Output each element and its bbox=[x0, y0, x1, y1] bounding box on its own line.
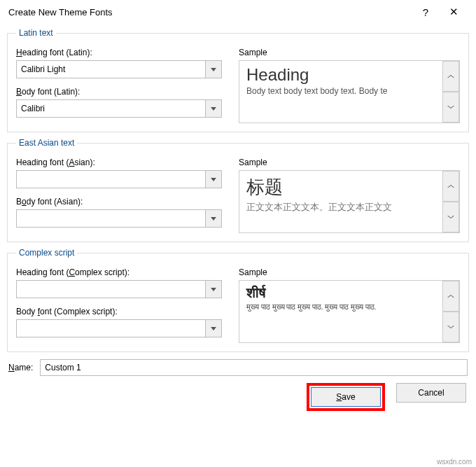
asian-group: East Asian text Heading font (Asian): Bo… bbox=[7, 138, 469, 242]
save-button[interactable]: Save bbox=[311, 387, 381, 407]
asian-legend: East Asian text bbox=[16, 138, 77, 148]
latin-heading-combo[interactable] bbox=[16, 60, 222, 78]
name-row: Name: bbox=[8, 359, 468, 376]
button-row: Save Cancel bbox=[7, 383, 469, 411]
chevron-up-icon bbox=[447, 75, 454, 78]
help-button[interactable]: ? bbox=[412, 6, 440, 18]
asian-body-input[interactable] bbox=[16, 209, 205, 228]
name-label: Name: bbox=[8, 363, 33, 372]
complex-body-label: Body font (Complex script): bbox=[16, 307, 226, 316]
complex-sample-body: मुख्य पाठ मुख्य पाठ मुख्य पाठ. मुख्य पाठ… bbox=[246, 302, 435, 312]
title-bar: Create New Theme Fonts ? ✕ bbox=[0, 0, 476, 21]
latin-sample-size-up[interactable] bbox=[443, 61, 459, 92]
latin-body-dropdown-button[interactable] bbox=[205, 99, 222, 118]
asian-body-dropdown-button[interactable] bbox=[205, 209, 222, 228]
chevron-down-icon bbox=[447, 326, 454, 328]
asian-body-combo[interactable] bbox=[16, 209, 222, 228]
chevron-up-icon bbox=[447, 185, 454, 188]
chevron-down-icon bbox=[211, 327, 216, 330]
complex-body-combo[interactable] bbox=[16, 319, 222, 337]
complex-legend: Complex script bbox=[16, 248, 77, 258]
asian-heading-label: Heading font (Asian): bbox=[16, 158, 226, 167]
complex-sample-label: Sample bbox=[239, 267, 460, 277]
asian-heading-combo[interactable] bbox=[16, 170, 222, 188]
complex-sample-box: शीर्ष मुख्य पाठ मुख्य पाठ मुख्य पाठ. मुख… bbox=[239, 280, 460, 343]
asian-sample-box: 标题 正文文本正文文本。正文文本正文文 bbox=[239, 170, 460, 233]
asian-sample-size-down[interactable] bbox=[443, 202, 459, 232]
latin-body-label: Body font (Latin): bbox=[16, 87, 226, 97]
asian-body-label: Body font (Asian): bbox=[16, 197, 226, 207]
latin-sample-label: Sample bbox=[239, 48, 460, 57]
complex-body-input[interactable] bbox=[16, 319, 205, 337]
complex-heading-combo[interactable] bbox=[16, 280, 222, 298]
latin-body-input[interactable] bbox=[16, 99, 205, 118]
save-highlight: Save bbox=[307, 383, 385, 411]
latin-sample-heading: Heading bbox=[246, 65, 435, 85]
latin-heading-input[interactable] bbox=[16, 60, 205, 78]
chevron-down-icon bbox=[447, 106, 454, 109]
asian-sample-size-up[interactable] bbox=[443, 171, 459, 202]
complex-body-dropdown-button[interactable] bbox=[205, 319, 222, 337]
asian-sample-heading: 标题 bbox=[246, 175, 435, 200]
chevron-down-icon bbox=[211, 107, 216, 111]
complex-heading-dropdown-button[interactable] bbox=[205, 280, 222, 298]
window-title: Create New Theme Fonts bbox=[8, 7, 412, 18]
chevron-up-icon bbox=[447, 295, 454, 298]
asian-heading-input[interactable] bbox=[16, 170, 205, 188]
chevron-down-icon bbox=[211, 288, 216, 291]
chevron-down-icon bbox=[211, 217, 216, 221]
chevron-down-icon bbox=[211, 68, 216, 71]
latin-heading-dropdown-button[interactable] bbox=[205, 60, 222, 78]
asian-heading-dropdown-button[interactable] bbox=[205, 170, 222, 188]
latin-heading-label: Heading font (Latin): bbox=[16, 48, 226, 57]
latin-sample-box: Heading Body text body text body text. B… bbox=[239, 60, 460, 123]
complex-sample-heading: शीर्ष bbox=[246, 285, 435, 301]
latin-sample-size-down[interactable] bbox=[443, 92, 459, 123]
chevron-down-icon bbox=[211, 178, 216, 181]
complex-sample-size-down[interactable] bbox=[443, 312, 459, 342]
latin-sample-body: Body text body text body text. Body te bbox=[246, 86, 435, 96]
dialog-content: Latin text Heading font (Latin): Body fo… bbox=[0, 21, 476, 418]
chevron-down-icon bbox=[447, 216, 454, 218]
close-button[interactable]: ✕ bbox=[440, 6, 468, 18]
watermark: wsxdn.com bbox=[437, 458, 472, 466]
name-input[interactable] bbox=[40, 359, 468, 376]
complex-heading-label: Heading font (Complex script): bbox=[16, 267, 226, 277]
complex-heading-input[interactable] bbox=[16, 280, 205, 298]
latin-body-combo[interactable] bbox=[16, 99, 222, 118]
latin-legend: Latin text bbox=[16, 28, 56, 38]
asian-sample-body: 正文文本正文文本。正文文本正文文 bbox=[246, 201, 435, 214]
complex-sample-size-up[interactable] bbox=[443, 281, 459, 312]
asian-sample-label: Sample bbox=[239, 158, 460, 167]
cancel-button[interactable]: Cancel bbox=[396, 383, 466, 403]
complex-group: Complex script Heading font (Complex scr… bbox=[7, 248, 469, 352]
latin-group: Latin text Heading font (Latin): Body fo… bbox=[7, 28, 469, 132]
